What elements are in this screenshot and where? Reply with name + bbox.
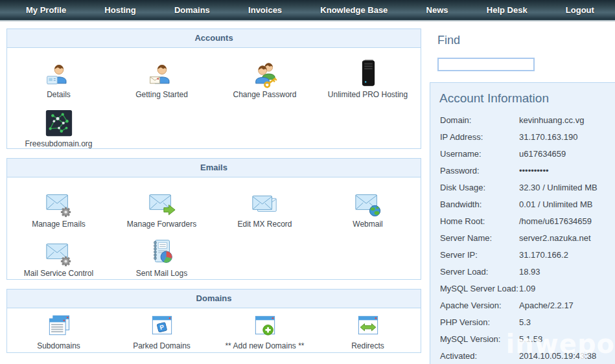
info-row-bandwidth: Bandwidth: 0.01 / Unlimited MB xyxy=(430,196,615,212)
item-label: Edit MX Record xyxy=(237,220,292,229)
info-value: 5.3 xyxy=(519,317,531,327)
info-row-server-name: Server Name: server2.nazuka.net xyxy=(430,229,615,246)
item-label: Sent Mail Logs xyxy=(136,269,187,278)
nav-item-hosting[interactable]: Hosting xyxy=(98,0,142,20)
section-emails-body: Manage Emails Manage Forwarders xyxy=(6,177,421,280)
info-label: IP Address: xyxy=(430,132,519,142)
info-row-disk-usage: Disk Usage: 32.30 / Unlimited MB xyxy=(430,179,615,196)
info-row-mysql-version: MySQL Version: 5.1.58 xyxy=(430,330,615,347)
item-add-new-domains[interactable]: ** Add new Domains ** xyxy=(213,310,316,352)
section-emails-title: Emails xyxy=(6,158,421,177)
item-label: Details xyxy=(47,90,71,99)
item-label: ** Add new Domains ** xyxy=(225,341,304,350)
section-domains-body: Subdomains P Parked Domains xyxy=(6,308,421,353)
info-label: Password: xyxy=(430,166,519,176)
info-row-domain: Domain: kevinhuang.cc.vg xyxy=(430,111,615,128)
info-row-mysql-server-load: MySQL Server Load: 1.09 xyxy=(430,280,615,297)
item-getting-started[interactable]: Getting Started xyxy=(110,49,213,101)
nav-item-knowledge-base[interactable]: Knowledge Base xyxy=(314,0,394,20)
item-redirects[interactable]: Redirects xyxy=(316,310,419,352)
info-value: 31.170.166.2 xyxy=(519,250,568,260)
section-accounts: Accounts Details xyxy=(6,28,421,149)
item-freesubdomain[interactable]: Freesubdomain.org xyxy=(7,101,110,150)
info-row-server-load: Server Load: 18.93 xyxy=(430,263,615,280)
info-value-password-masked: •••••••••• xyxy=(519,166,549,176)
section-accounts-body: Details Getting Started xyxy=(6,48,421,149)
nav-item-logout[interactable]: Logout xyxy=(559,0,601,20)
item-mail-service-control[interactable]: Mail Service Control xyxy=(7,231,110,280)
item-label: Manage Emails xyxy=(32,220,86,229)
envelope-globe-icon xyxy=(353,188,383,218)
item-label: Change Password xyxy=(233,90,296,99)
info-row-ip-address: IP Address: 31.170.163.190 xyxy=(430,128,615,145)
info-row-username: Username: u617634659 xyxy=(430,145,615,162)
info-value: 0.01 / Unlimited MB xyxy=(519,199,592,209)
find-heading: Find xyxy=(437,34,615,47)
envelope-gear-icon xyxy=(44,238,74,267)
section-domains: Domains xyxy=(6,289,421,353)
info-label: MySQL Version: xyxy=(430,334,519,344)
item-label: Subdomains xyxy=(37,341,80,350)
find-input[interactable] xyxy=(437,58,535,71)
info-label: Activated: xyxy=(430,351,519,361)
info-label: PHP Version: xyxy=(430,317,519,327)
item-details[interactable]: Details xyxy=(7,49,110,101)
window-plus-icon xyxy=(251,312,279,340)
info-label: Server Load: xyxy=(430,267,519,277)
info-label: MySQL Server Load: xyxy=(430,284,519,293)
info-value: 31.170.163.190 xyxy=(519,132,577,142)
stacked-windows-icon xyxy=(45,312,73,340)
sidebar: Find Account Information Domain: kevinhu… xyxy=(430,28,615,364)
item-label: Getting Started xyxy=(135,90,188,99)
window-parked-sign-icon: P xyxy=(148,312,176,340)
item-label: Parked Domains xyxy=(133,341,191,350)
users-key-icon xyxy=(250,60,280,89)
item-label: Manage Forwarders xyxy=(127,220,196,229)
info-value: 2014.10.05.19:43:38 xyxy=(519,351,596,361)
account-info-panel: Account Information Domain: kevinhuang.c… xyxy=(430,82,615,364)
item-unlimited-pro-hosting[interactable]: Unlimited PRO Hosting xyxy=(316,49,419,101)
info-value: Apache/2.2.17 xyxy=(519,301,574,310)
info-row-php-version: PHP Version: 5.3 xyxy=(430,313,615,330)
info-value: server2.nazuka.net xyxy=(519,233,591,243)
info-value: 18.93 xyxy=(519,267,540,277)
item-manage-emails[interactable]: Manage Emails xyxy=(7,179,110,231)
nav-item-domains[interactable]: Domains xyxy=(168,0,216,20)
item-sent-mail-logs[interactable]: Sent Mail Logs xyxy=(110,231,213,280)
envelope-arrow-icon xyxy=(147,188,177,218)
section-emails: Emails Manage Emails xyxy=(6,158,421,280)
item-label: Unlimited PRO Hosting xyxy=(328,90,408,99)
info-label: Username: xyxy=(430,149,519,159)
item-webmail[interactable]: Webmail xyxy=(316,179,419,231)
info-row-activated: Activated: 2014.10.05.19:43:38 xyxy=(430,347,615,364)
server-tower-icon xyxy=(353,58,383,89)
nav-item-my-profile[interactable]: My Profile xyxy=(19,0,73,20)
nav-item-invoices[interactable]: Invoices xyxy=(242,0,288,20)
user-card-icon xyxy=(44,60,74,89)
item-manage-forwarders[interactable]: Manage Forwarders xyxy=(110,179,213,231)
info-label: Domain: xyxy=(430,115,519,125)
item-label: Freesubdomain.org xyxy=(25,139,92,148)
account-info-title: Account Information xyxy=(439,91,615,106)
info-row-password: Password: •••••••••• xyxy=(430,162,615,179)
item-label: Mail Service Control xyxy=(24,269,93,278)
info-label: Disk Usage: xyxy=(430,183,519,192)
info-label: Server IP: xyxy=(430,250,519,260)
top-nav: My Profile Hosting Domains Invoices Know… xyxy=(0,0,615,21)
item-label: Webmail xyxy=(353,220,382,229)
nav-item-help-desk[interactable]: Help Desk xyxy=(480,0,534,20)
info-value: /home/u617634659 xyxy=(519,216,592,226)
window-arrows-icon xyxy=(354,312,382,340)
item-label: Redirects xyxy=(351,341,384,350)
item-subdomains[interactable]: Subdomains xyxy=(7,310,110,352)
item-change-password[interactable]: Change Password xyxy=(213,49,316,101)
network-graph-icon xyxy=(44,108,74,138)
notebook-piechart-icon xyxy=(147,238,177,267)
info-row-server-ip: Server IP: 31.170.166.2 xyxy=(430,246,615,263)
info-label: Server Name: xyxy=(430,233,519,243)
item-parked-domains[interactable]: P Parked Domains xyxy=(110,310,213,352)
item-edit-mx-record[interactable]: Edit MX Record xyxy=(213,179,316,231)
info-label: Bandwidth: xyxy=(430,199,519,209)
info-row-home-root: Home Root: /home/u617634659 xyxy=(430,212,615,229)
nav-item-news[interactable]: News xyxy=(420,0,455,20)
